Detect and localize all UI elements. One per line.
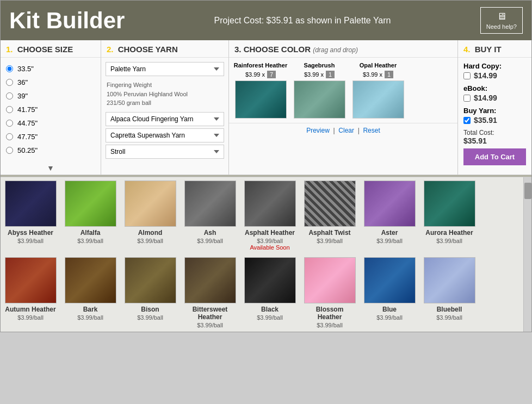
color-card-bittersweet[interactable]: Bittersweet Heather $3.99/ball [180,254,240,332]
color-title: 3. CHOOSE COLOR (drag and drop) [234,45,358,54]
size-item-36[interactable]: 36" [6,76,95,89]
color-card-asphalt[interactable]: Asphalt Heather $3.99/ball Available Soo… [240,177,300,254]
yarn-material: 100% Peruvian Highland Wool [107,90,223,99]
yarn-price: $35.91 [474,116,497,125]
size-radio-4475[interactable] [6,120,13,127]
blue-price: $3.99/ball [376,314,403,321]
color-card-bark[interactable]: Bark $3.99/ball [60,254,120,332]
size-value-4175: 41.75" [17,105,38,114]
total-cost-label: Total Cost: $35.91 [463,129,526,145]
blossom-name: Blossom Heather [303,306,356,321]
yarn-label: CHOOSE YARN [118,45,178,54]
aster-price: $3.99/ball [376,238,403,244]
size-value-4775: 47.75" [17,133,38,141]
grid-scrollbar[interactable] [523,177,531,332]
choose-yarn-panel: 2. CHOOSE YARN Palette Yarn Fingering We… [101,40,229,175]
color-card-aurora[interactable]: Aurora Heather $3.99/ball [419,177,479,254]
ebook-checkbox[interactable] [463,95,471,102]
yarn-dropdown-2[interactable]: Alpaca Cloud Fingering Yarn [106,112,224,126]
size-radio-39[interactable] [6,92,13,100]
size-item-39[interactable]: 39" [6,89,95,103]
color-actions: Preview | Clear | Reset [229,123,457,138]
header: Kit Builder Project Cost: $35.91 as show… [1,1,531,40]
asphalt-twist-name: Asphalt Twist [308,229,350,237]
size-radio-4175[interactable] [6,106,13,113]
ash-name: Ash [204,229,216,237]
bluebell-swatch [424,257,475,303]
yarn-info: Fingering Weight 100% Peruvian Highland … [106,78,224,112]
yarn-dropdown-4[interactable]: Stroll [106,145,224,159]
ebook-checkbox-label[interactable]: $14.99 [463,94,526,102]
preview-link[interactable]: Preview [306,127,330,134]
size-item-33[interactable]: 33.5" [6,62,95,76]
size-radio-5025[interactable] [6,147,13,154]
color-card-autumn[interactable]: Autumn Heather $3.99/ball [1,254,60,332]
yarn-checkbox[interactable] [463,117,471,124]
help-button[interactable]: 🖥 Need help? [480,7,523,34]
opal-qty: 1 [385,71,393,78]
bison-name: Bison [141,306,159,313]
main-content: 1. CHOOSE SIZE 33.5" 36" 39" 41 [1,40,531,175]
yarn-checkbox-label[interactable]: $35.91 [463,116,526,125]
chosen-color-sagebrush[interactable]: Sagebrush $3.99 x 1 [292,62,347,119]
yarn-size: 231/50 gram ball [107,98,223,108]
yarn-dropdown-1[interactable]: Palette Yarn [106,62,224,76]
autumn-price: $3.99/ball [17,314,44,321]
size-item-4775[interactable]: 47.75" [6,130,95,144]
total-price: $35.91 [463,136,487,145]
buy-number: 4. [463,45,471,54]
asphalt-swatch [244,181,296,227]
size-radio-36[interactable] [6,79,13,86]
color-grid-section: Abyss Heather $3.99/ball Alfalfa $3.99/b… [1,177,531,332]
size-value-5025: 50.25" [17,146,38,154]
ebook-option: eBook: $14.99 [463,84,526,102]
hard-copy-checkbox[interactable] [463,72,471,79]
bark-price: $3.99/ball [77,314,103,321]
size-item-4475[interactable]: 44.75" [6,116,95,130]
color-card-asphalt-twist[interactable]: Asphalt Twist $3.99/ball [300,177,360,254]
autumn-name: Autumn Heather [5,306,55,313]
size-list: 33.5" 36" 39" 41.75" 44.75" [1,58,101,161]
color-card-aster[interactable]: Aster $3.99/ball [360,177,419,254]
asphalt-twist-price: $3.99/ball [317,238,343,244]
scrollbar-thumb[interactable] [524,183,531,199]
color-card-blue[interactable]: Blue $3.99/ball [360,254,419,332]
yarn-dropdown-3[interactable]: Capretta Superwash Yarn [106,128,224,142]
clear-link[interactable]: Clear [338,127,354,134]
black-price: $3.99/ball [257,314,283,321]
size-item-5025[interactable]: 50.25" [6,144,95,157]
bittersweet-price: $3.99/ball [197,322,223,328]
color-card-bison[interactable]: Bison $3.99/ball [120,254,180,332]
color-card-black[interactable]: Black $3.99/ball [240,254,300,332]
chosen-color-opal[interactable]: Opal Heather $3.99 x 1 [351,62,405,119]
yarn-option: Buy Yarn: $35.91 [463,107,526,125]
black-name: Black [261,306,279,313]
size-radio-4775[interactable] [6,133,13,140]
color-row-1: Abyss Heather $3.99/ball Alfalfa $3.99/b… [1,177,523,254]
reset-link[interactable]: Reset [363,127,380,134]
bark-name: Bark [83,306,98,313]
blue-name: Blue [382,306,397,313]
size-item-4175[interactable]: 41.75" [6,103,95,116]
hard-copy-checkbox-label[interactable]: $14.99 [463,71,526,80]
asphalt-available: Available Soon [250,244,289,251]
color-card-blossom[interactable]: Blossom Heather $3.99/ball [300,254,360,332]
chosen-color-price-rainforest: $3.99 x 7 [245,71,276,78]
almond-price: $3.99/ball [137,238,163,244]
asphalt-twist-swatch [304,181,356,227]
color-card-almond[interactable]: Almond $3.99/ball [120,177,180,254]
buy-it-panel: 4. BUY IT Hard Copy: $14.99 eBook: $14.9… [458,40,531,175]
color-grid-content: Abyss Heather $3.99/ball Alfalfa $3.99/b… [1,177,523,332]
color-card-alfalfa[interactable]: Alfalfa $3.99/ball [60,177,120,254]
aurora-swatch [424,181,475,227]
color-card-abyss[interactable]: Abyss Heather $3.99/ball [1,177,60,254]
chosen-colors: Rainforest Heather $3.99 x 7 Sagebrush $… [229,58,457,123]
add-to-cart-button[interactable]: Add To Cart [463,148,526,165]
color-card-bluebell[interactable]: Bluebell $3.99/ball [419,254,479,332]
chosen-color-rainforest[interactable]: Rainforest Heather $3.99 x 7 [233,62,288,119]
black-swatch [244,257,296,303]
color-card-ash[interactable]: Ash $3.99/ball [180,177,240,254]
yarn-list: Palette Yarn Fingering Weight 100% Peruv… [101,58,228,165]
size-radio-33[interactable] [6,65,13,72]
size-scroll-down[interactable]: ▼ [1,161,101,175]
